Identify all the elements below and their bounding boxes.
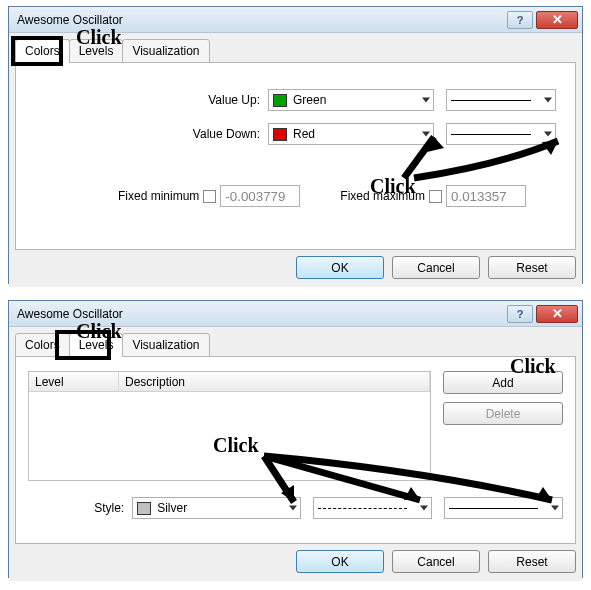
window-title: Awesome Oscillator: [17, 13, 504, 27]
line-preview: [451, 100, 531, 101]
chevron-down-icon: [544, 132, 552, 137]
tab-colors[interactable]: Colors: [15, 39, 70, 63]
column-header-description[interactable]: Description: [119, 372, 430, 391]
value-down-label: Value Down:: [28, 127, 268, 141]
dialog-awesome-oscillator-colors: Awesome Oscillator ? ✕ Colors Levels Vis…: [8, 6, 583, 284]
titlebar: Awesome Oscillator ? ✕: [9, 301, 582, 327]
column-header-level[interactable]: Level: [29, 372, 119, 391]
tab-strip: Colors Levels Visualization: [15, 39, 576, 63]
tab-visualization[interactable]: Visualization: [122, 39, 209, 63]
levels-listview[interactable]: Level Description: [28, 371, 431, 481]
tab-visualization[interactable]: Visualization: [122, 333, 209, 357]
line-preview: [451, 134, 531, 135]
window-title: Awesome Oscillator: [17, 307, 504, 321]
tab-strip: Colors Levels Visualization: [15, 333, 576, 357]
fixed-maximum-label: Fixed maximum: [340, 189, 425, 203]
fixed-minimum-checkbox[interactable]: [203, 190, 216, 203]
reset-button[interactable]: Reset: [488, 256, 576, 279]
style-color-combo[interactable]: Silver: [132, 497, 301, 519]
close-button[interactable]: ✕: [536, 11, 578, 29]
cancel-button[interactable]: Cancel: [392, 550, 480, 573]
delete-button[interactable]: Delete: [443, 402, 563, 425]
close-button[interactable]: ✕: [536, 305, 578, 323]
ok-button[interactable]: OK: [296, 256, 384, 279]
silver-swatch: [137, 502, 151, 515]
style-color-text: Silver: [157, 501, 187, 515]
chevron-down-icon: [420, 506, 428, 511]
red-swatch: [273, 128, 287, 141]
value-down-linewidth-combo[interactable]: [446, 123, 556, 145]
style-label: Style:: [28, 501, 132, 515]
fixed-minimum-label: Fixed minimum: [118, 189, 199, 203]
value-up-linewidth-combo[interactable]: [446, 89, 556, 111]
fixed-minimum-input[interactable]: [220, 185, 300, 207]
chevron-down-icon: [289, 506, 297, 511]
reset-button[interactable]: Reset: [488, 550, 576, 573]
titlebar: Awesome Oscillator ? ✕: [9, 7, 582, 33]
dialog-awesome-oscillator-levels: Awesome Oscillator ? ✕ Colors Levels Vis…: [8, 300, 583, 578]
style-linestyle-combo[interactable]: [313, 497, 432, 519]
chevron-down-icon: [422, 132, 430, 137]
help-button[interactable]: ?: [507, 305, 533, 323]
style-linewidth-combo[interactable]: [444, 497, 563, 519]
green-swatch: [273, 94, 287, 107]
tab-levels[interactable]: Levels: [69, 39, 124, 63]
value-up-label: Value Up:: [28, 93, 268, 107]
fixed-maximum-checkbox[interactable]: [429, 190, 442, 203]
value-up-color-text: Green: [293, 93, 326, 107]
value-down-color-text: Red: [293, 127, 315, 141]
cancel-button[interactable]: Cancel: [392, 256, 480, 279]
fixed-maximum-input[interactable]: [446, 185, 526, 207]
line-preview-dashed: [318, 508, 407, 509]
tab-levels[interactable]: Levels: [69, 333, 124, 357]
chevron-down-icon: [422, 98, 430, 103]
line-preview: [449, 508, 538, 509]
help-button[interactable]: ?: [507, 11, 533, 29]
value-down-color-combo[interactable]: Red: [268, 123, 434, 145]
tab-colors[interactable]: Colors: [15, 333, 70, 357]
chevron-down-icon: [544, 98, 552, 103]
chevron-down-icon: [551, 506, 559, 511]
value-up-color-combo[interactable]: Green: [268, 89, 434, 111]
ok-button[interactable]: OK: [296, 550, 384, 573]
add-button[interactable]: Add: [443, 371, 563, 394]
